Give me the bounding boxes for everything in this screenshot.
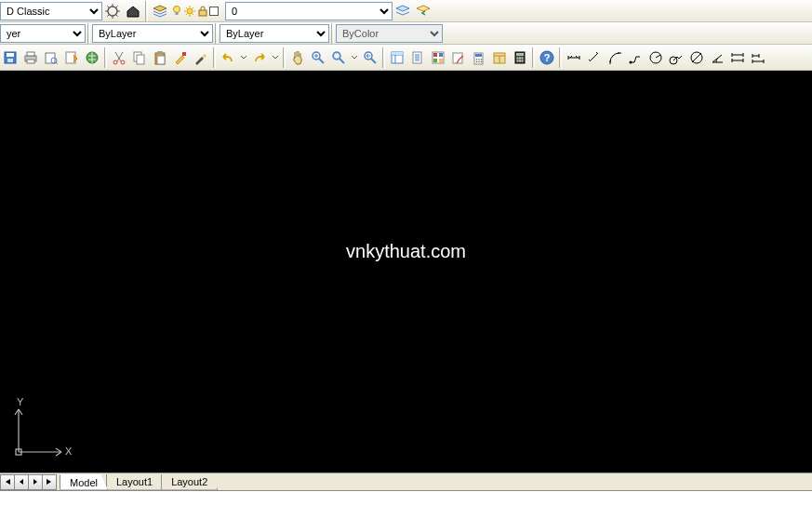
design-center-icon[interactable]	[490, 48, 509, 67]
watermark-text: vnkythuat.com	[346, 241, 466, 262]
plotstyle-select[interactable]: ByColor	[336, 24, 443, 43]
ucs-icon: Y X	[7, 398, 73, 465]
tool-palettes-icon[interactable]	[429, 48, 447, 67]
svg-text:X: X	[65, 446, 73, 457]
separator	[104, 47, 107, 68]
zoom-previous-icon[interactable]	[361, 48, 379, 67]
calculator-icon[interactable]	[511, 48, 529, 67]
drawing-area[interactable]: vnkythuat.com Y X	[0, 71, 812, 472]
workspace-settings-icon[interactable]	[103, 2, 122, 20]
svg-rect-10	[27, 60, 34, 63]
separator	[87, 23, 90, 44]
command-prompt[interactable]	[5, 512, 807, 527]
svg-rect-48	[519, 57, 521, 59]
svg-text:Y: Y	[17, 398, 24, 407]
svg-rect-18	[137, 55, 144, 64]
tab-next-icon[interactable]	[28, 474, 43, 490]
svg-point-39	[478, 59, 480, 60]
dim-baseline-icon[interactable]	[749, 48, 767, 67]
pan-icon[interactable]	[288, 48, 307, 67]
svg-rect-29	[413, 52, 421, 63]
cut-icon[interactable]	[110, 48, 128, 67]
sun-icon[interactable]	[183, 5, 196, 18]
tab-first-icon[interactable]	[0, 474, 15, 490]
svg-rect-47	[517, 57, 519, 59]
workspace-select[interactable]: D Classic	[0, 2, 102, 20]
redo-dropdown-icon[interactable]	[271, 48, 280, 67]
svg-rect-34	[439, 59, 443, 62]
layer-color-swatch[interactable]	[209, 5, 222, 18]
dim-linear-icon[interactable]	[565, 48, 583, 67]
workspace-layer-row: D Classic 0	[0, 0, 812, 22]
svg-point-41	[476, 60, 478, 62]
layer-properties-icon[interactable]	[151, 2, 169, 20]
dim-arc-icon[interactable]	[606, 48, 624, 67]
svg-point-38	[476, 59, 478, 60]
sheet-set-icon[interactable]	[408, 48, 427, 67]
3d-dwf-icon[interactable]	[83, 48, 101, 67]
svg-rect-28	[392, 52, 403, 55]
svg-point-42	[478, 60, 480, 62]
tab-layout2[interactable]: Layout2	[161, 474, 218, 490]
svg-rect-49	[522, 57, 524, 59]
plot-preview-icon[interactable]	[42, 48, 60, 67]
svg-rect-46	[516, 53, 524, 56]
svg-rect-52	[522, 60, 524, 61]
svg-rect-6	[7, 53, 14, 57]
block-editor-icon[interactable]	[192, 48, 210, 67]
svg-point-16	[121, 60, 125, 64]
linetype-select[interactable]: ByLayer	[92, 24, 213, 43]
zoom-dropdown-icon[interactable]	[350, 48, 359, 67]
separator	[559, 47, 562, 68]
dim-aligned-icon[interactable]	[585, 48, 604, 67]
markup-icon[interactable]	[449, 48, 468, 67]
svg-rect-33	[433, 59, 437, 62]
dim-angular-icon[interactable]	[708, 48, 726, 67]
lineweight-select[interactable]: ByLayer	[220, 24, 329, 43]
svg-point-43	[481, 60, 483, 62]
svg-point-15	[113, 60, 117, 64]
svg-rect-25	[334, 53, 339, 59]
svg-rect-7	[7, 59, 13, 62]
separator	[283, 47, 286, 68]
match-properties-icon[interactable]	[171, 48, 190, 67]
zoom-window-icon[interactable]	[329, 48, 348, 67]
dim-ordinate-icon[interactable]	[626, 48, 645, 67]
svg-point-55	[630, 60, 632, 63]
tab-last-icon[interactable]	[42, 474, 57, 490]
svg-rect-20	[157, 51, 163, 54]
undo-dropdown-icon[interactable]	[239, 48, 248, 67]
lock-icon[interactable]	[196, 5, 209, 18]
dim-quick-icon[interactable]	[728, 48, 747, 67]
command-window[interactable]	[0, 490, 812, 532]
layer-states-icon[interactable]	[393, 2, 412, 20]
print-icon[interactable]	[21, 48, 40, 67]
paste-icon[interactable]	[151, 48, 169, 67]
help-icon[interactable]: ?	[538, 48, 556, 67]
svg-rect-4	[199, 10, 206, 16]
dim-diameter-icon[interactable]	[687, 48, 706, 67]
layout-tabs: Model Layout1 Layout2	[0, 472, 812, 490]
tab-prev-icon[interactable]	[14, 474, 29, 490]
quickcalc-icon[interactable]	[470, 48, 488, 67]
color-select[interactable]: yer	[0, 24, 86, 43]
tab-layout1[interactable]: Layout1	[106, 474, 163, 490]
svg-rect-31	[433, 53, 437, 57]
bulb-icon[interactable]	[170, 5, 183, 18]
tab-model[interactable]: Model	[60, 474, 108, 490]
dim-radius-icon[interactable]	[646, 48, 665, 67]
publish-icon[interactable]	[62, 48, 81, 67]
redo-icon[interactable]	[250, 48, 269, 67]
save-icon[interactable]	[1, 48, 20, 67]
layer-previous-icon[interactable]	[414, 2, 433, 20]
svg-point-1	[174, 6, 180, 12]
dim-jogged-icon[interactable]	[667, 48, 686, 67]
properties-icon[interactable]	[388, 48, 406, 67]
copy-icon[interactable]	[130, 48, 149, 67]
home-icon[interactable]	[124, 2, 142, 20]
zoom-realtime-icon[interactable]	[309, 48, 327, 67]
standard-toolbar: ?	[0, 45, 812, 71]
layer-select[interactable]: 0	[225, 2, 393, 20]
undo-icon[interactable]	[219, 48, 237, 67]
properties-row: yer ByLayer ByLayer ByColor	[0, 22, 812, 45]
